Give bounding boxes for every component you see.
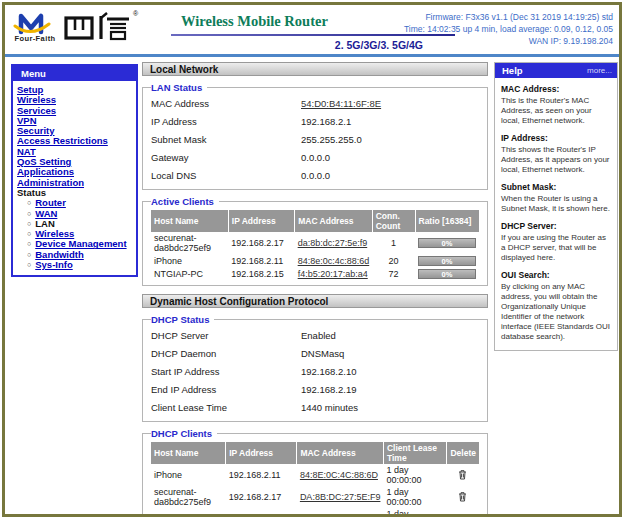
host-name: iPhone — [151, 464, 226, 486]
host-name: securenat-da8bdc275ef9 — [151, 486, 226, 508]
bullet-icon: ○ — [27, 260, 31, 270]
four-faith-m-icon: Four-Faith — [13, 10, 57, 43]
sidebar-menu: Menu Setup Wireless Services VPN Securit… — [11, 64, 138, 277]
main-content: Local Network LAN Status MAC Address54:D… — [142, 62, 488, 517]
dhcp-status-panel: DHCP Status DHCP ServerEnabled DHCP Daem… — [142, 314, 488, 422]
registered-mark: ® — [133, 10, 138, 17]
firmware-version: Firmware: F3x36 v1.1 (Dec 31 2019 14:19:… — [404, 11, 613, 23]
ip-address: 192.168.2.11 — [228, 254, 294, 267]
col-header: MAC Address — [295, 210, 373, 232]
help-term: DHCP Server: — [501, 221, 612, 231]
mac-address-link[interactable]: 84:8e:0c:4c:88:6d — [298, 256, 370, 266]
lan-status-panel: LAN Status MAC Address54:D0:B4:11:6F:8E … — [142, 82, 488, 190]
field-value: DNSMasq — [301, 348, 344, 359]
dhcp-clients-panel: DHCP Clients Host Name IP Address MAC Ad… — [142, 428, 488, 517]
help-text: If you are using the Router as a DHCP se… — [501, 233, 612, 263]
sidebar-item-status-sys-info[interactable]: Sys-Info — [35, 260, 72, 270]
field-value: 1440 minutes — [301, 402, 358, 413]
field-value: 0.0.0.0 — [301, 152, 330, 163]
help-text: When the Router is using a Subnet Mask, … — [501, 194, 612, 214]
section-dhcp: Dynamic Host Configuration Protocol — [142, 294, 488, 308]
lease-time: 1 day 00:00:00 — [383, 508, 447, 517]
table-row: securenat-da8bdc275ef9 192.168.2.17 DA:8… — [151, 486, 479, 508]
ip-address: 192.168.2.17 — [226, 486, 297, 508]
help-term: IP Address: — [501, 133, 612, 143]
help-text: This is the Router's MAC Address, as see… — [501, 96, 612, 126]
host-name: iPhone — [151, 254, 228, 267]
ip-address: 192.168.2.17 — [228, 232, 294, 254]
bullet-icon: ○ — [27, 198, 31, 208]
field-label: Local DNS — [151, 170, 301, 181]
ratio-bar: 0% — [418, 256, 476, 266]
field-label: DHCP Server — [151, 330, 301, 341]
field-label: Subnet Mask — [151, 134, 301, 145]
wan-ip: WAN IP: 9.19.198.204 — [404, 35, 613, 47]
bullet-icon: ○ — [27, 239, 31, 249]
help-title: Help — [502, 65, 523, 76]
bullet-icon: ○ — [27, 219, 31, 229]
bullet-icon: ○ — [27, 209, 31, 219]
col-header: Ratio [16384] — [415, 210, 479, 232]
col-header: Delete — [447, 442, 479, 464]
mac-address-link[interactable]: f4:b5:20:17:ab:a4 — [298, 269, 368, 279]
cjk-wordmark-icon — [63, 10, 133, 44]
col-header: Conn. Count — [372, 210, 415, 232]
mac-address-link[interactable]: DA:8B:DC:27:5E:F9 — [300, 492, 381, 502]
field-value: 255.255.255.0 — [301, 134, 362, 145]
col-header: Host Name — [151, 210, 228, 232]
dhcp-status-legend: DHCP Status — [151, 314, 214, 325]
bullet-icon: ○ — [27, 250, 31, 260]
help-term: MAC Address: — [501, 84, 612, 94]
ip-address: 192.168.2.15 — [226, 508, 297, 517]
conn-count: 20 — [372, 254, 415, 267]
host-name: securenat-da8bdc275ef9 — [151, 232, 228, 254]
col-header: Host Name — [151, 442, 226, 464]
page-body: Menu Setup Wireless Services VPN Securit… — [5, 57, 619, 514]
field-value: 192.168.2.10 — [301, 366, 356, 377]
host-name: NTGIAP-PC — [151, 267, 228, 280]
field-value: 192.168.2.19 — [301, 384, 356, 395]
bullet-icon: ○ — [27, 229, 31, 239]
help-term: Subnet Mask: — [501, 182, 612, 192]
help-more-link[interactable]: more... — [587, 66, 612, 75]
help-text: By clicking on any MAC address, you will… — [501, 282, 612, 342]
router-mac-link[interactable]: 54:D0:B4:11:6F:8E — [301, 98, 381, 109]
lease-time: 1 day 00:00:00 — [383, 464, 447, 486]
mac-address-link[interactable]: 84:8E:0C:4C:88:6D — [300, 470, 378, 480]
help-term: OUI Search: — [501, 270, 612, 280]
field-label: IP Address — [151, 116, 301, 127]
section-local-network: Local Network — [142, 62, 488, 76]
ratio-bar: 0% — [418, 238, 476, 248]
field-label: Client Lease Time — [151, 402, 301, 413]
ratio-bar: 0% — [418, 269, 476, 279]
system-info: Firmware: F3x36 v1.1 (Dec 31 2019 14:19:… — [404, 11, 613, 47]
delete-icon[interactable] — [458, 491, 467, 504]
table-row: iPhone 192.168.2.11 84:8e:0c:4c:88:6d 20… — [151, 254, 479, 267]
menu-header: Menu — [13, 66, 136, 81]
host-name: NTGIAP-PC — [151, 508, 226, 517]
ip-address: 192.168.2.11 — [226, 464, 297, 486]
field-label: End IP Address — [151, 384, 301, 395]
field-label: Start IP Address — [151, 366, 301, 377]
delete-icon[interactable] — [458, 469, 467, 482]
col-header: MAC Address — [297, 442, 384, 464]
router-admin-page: Four-Faith ® Wireless Mobile Router 2. 5… — [2, 2, 622, 517]
table-row: NTGIAP-PC 192.168.2.15 f4:b5:20:17:ab:a4… — [151, 267, 479, 280]
ip-address: 192.168.2.15 — [228, 267, 294, 280]
mac-address-link[interactable]: da:8b:dc:27:5e:f9 — [298, 238, 368, 248]
field-value: 0.0.0.0 — [301, 170, 330, 181]
active-clients-legend: Active Clients — [151, 196, 219, 207]
lan-status-legend: LAN Status — [151, 82, 207, 93]
field-label: DHCP Daemon — [151, 348, 301, 359]
delete-icon[interactable] — [458, 513, 467, 518]
col-header: IP Address — [226, 442, 297, 464]
dhcp-clients-legend: DHCP Clients — [151, 428, 217, 439]
page-header: Four-Faith ® Wireless Mobile Router 2. 5… — [5, 5, 619, 54]
conn-count: 1 — [372, 232, 415, 254]
field-value: Enabled — [301, 330, 336, 341]
col-header: IP Address — [228, 210, 294, 232]
mac-address-link[interactable]: F4:B5:20:17:AB:A4 — [300, 514, 377, 517]
system-time: Time: 14:02:35 up 4 min, load average: 0… — [404, 23, 613, 35]
brand-name: Four-Faith — [14, 34, 55, 43]
field-value: 192.168.2.1 — [301, 116, 351, 127]
